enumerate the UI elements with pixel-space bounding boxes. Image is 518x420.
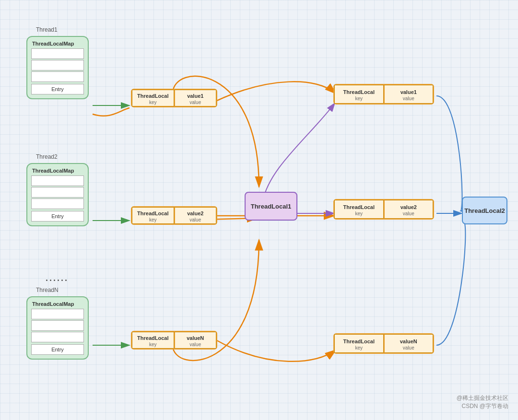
right-entry1-value-cell: value1 value bbox=[384, 85, 434, 104]
entry1-value-label: value bbox=[189, 100, 201, 105]
diagram-container: Thread1 ThreadLocalMap Entry Thread2 Thr… bbox=[0, 0, 518, 420]
dots: ...... bbox=[46, 273, 69, 283]
right-entry1-key-cell: ThreadLocal key bbox=[334, 85, 384, 104]
right-entryN-value-cell: valueN value bbox=[384, 334, 434, 353]
entry-box-2: ThreadLocal key value2 value bbox=[131, 206, 217, 225]
entryN-value-value: valueN bbox=[187, 335, 204, 341]
right-entry1-key-label: key bbox=[355, 96, 363, 101]
entryN-key-label: key bbox=[149, 342, 157, 347]
entry1-value-cell: value1 value bbox=[174, 90, 217, 106]
threadlocal1-box: ThreadLocal1 bbox=[245, 192, 297, 221]
right-entryN-value-label: value bbox=[403, 345, 414, 350]
entryN-key-value: ThreadLocal bbox=[137, 335, 168, 341]
threadN-map: ThreadLocalMap Entry bbox=[26, 296, 89, 360]
right-entry-box-2: ThreadLocal key value2 value bbox=[333, 199, 434, 220]
right-entry1-value-label: value bbox=[403, 96, 414, 101]
thread1-label: Thread1 bbox=[36, 26, 58, 33]
entry-box-1: ThreadLocal key value1 value bbox=[131, 89, 217, 107]
watermark: @稀土掘金技术社区 CSDN @字节卷动 bbox=[457, 394, 508, 410]
entry2-value-cell: value2 value bbox=[174, 207, 217, 224]
thread2-map: ThreadLocalMap Entry bbox=[26, 163, 89, 226]
threadN-row2 bbox=[31, 320, 84, 331]
right-entry-box-N: ThreadLocal key valueN value bbox=[333, 333, 434, 354]
entry2-key-value: ThreadLocal bbox=[137, 210, 168, 216]
right-entry1-key-value: ThreadLocal bbox=[343, 89, 375, 95]
right-entryN-key-cell: ThreadLocal key bbox=[334, 334, 384, 353]
entry2-key-label: key bbox=[149, 217, 157, 222]
right-entryN-key-label: key bbox=[355, 345, 363, 350]
thread1-map-title: ThreadLocalMap bbox=[31, 41, 84, 47]
entry2-value-label: value bbox=[189, 217, 201, 222]
right-entry2-key-cell: ThreadLocal key bbox=[334, 200, 384, 219]
thread1-row1 bbox=[31, 48, 84, 59]
thread1-row2 bbox=[31, 60, 84, 70]
threadN-row1 bbox=[31, 309, 84, 319]
threadN-row3 bbox=[31, 332, 84, 342]
thread2-entry-cell: Entry bbox=[31, 211, 84, 222]
threadN-label: ThreadN bbox=[36, 287, 59, 293]
threadlocal2-label: ThreadLocal2 bbox=[464, 207, 505, 214]
entry1-key-cell: ThreadLocal key bbox=[132, 90, 174, 106]
threadN-map-title: ThreadLocalMap bbox=[31, 301, 84, 307]
entry2-key-cell: ThreadLocal key bbox=[132, 207, 174, 224]
entryN-key-cell: ThreadLocal key bbox=[132, 332, 174, 349]
thread2-row2 bbox=[31, 187, 84, 198]
right-entryN-key-value: ThreadLocal bbox=[343, 338, 375, 344]
entry-box-N: ThreadLocal key valueN value bbox=[131, 331, 217, 350]
entry1-key-label: key bbox=[149, 100, 157, 105]
threadlocal1-label: ThreadLocal1 bbox=[251, 203, 292, 210]
thread2-row3 bbox=[31, 198, 84, 209]
watermark-line2: CSDN @字节卷动 bbox=[457, 402, 508, 410]
threadN-entry-cell: Entry bbox=[31, 344, 84, 355]
threadlocal2-box: ThreadLocal2 bbox=[462, 197, 507, 224]
entry2-value-value: value2 bbox=[187, 210, 203, 216]
right-entry1-value-value: value1 bbox=[400, 89, 417, 95]
entryN-value-label: value bbox=[189, 342, 201, 347]
right-entry2-key-value: ThreadLocal bbox=[343, 204, 375, 210]
thread2-label: Thread2 bbox=[36, 153, 58, 160]
right-entry2-value-label: value bbox=[403, 211, 414, 216]
right-entry2-value-cell: value2 value bbox=[384, 200, 434, 219]
right-entry-box-1: ThreadLocal key value1 value bbox=[333, 84, 434, 105]
entry1-value-value: value1 bbox=[187, 93, 203, 99]
right-entry2-value-value: value2 bbox=[400, 204, 417, 210]
thread2-map-title: ThreadLocalMap bbox=[31, 168, 84, 174]
thread2-row1 bbox=[31, 175, 84, 186]
right-entryN-value-value: valueN bbox=[400, 338, 417, 344]
entry1-key-value: ThreadLocal bbox=[137, 93, 168, 99]
thread1-row3 bbox=[31, 71, 84, 82]
entryN-value-cell: valueN value bbox=[174, 332, 217, 349]
thread1-entry-cell: Entry bbox=[31, 84, 84, 94]
thread1-map: ThreadLocalMap Entry bbox=[26, 36, 89, 99]
right-entry2-key-label: key bbox=[355, 211, 363, 216]
watermark-line1: @稀土掘金技术社区 bbox=[457, 394, 508, 402]
